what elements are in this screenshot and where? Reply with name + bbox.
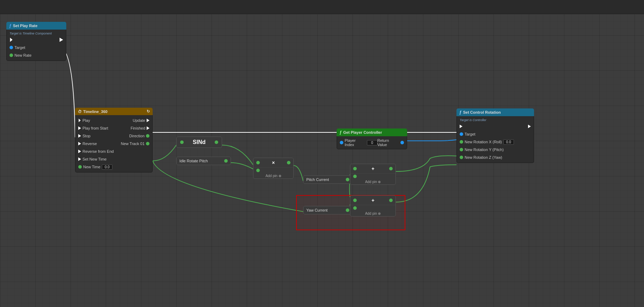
add-pin-bottom-node: + Add pin ⊕ [350, 195, 396, 217]
new-time-row: New Time 0.0 [75, 163, 152, 171]
new-rotation-z-pin[interactable] [460, 156, 463, 159]
new-time-value[interactable]: 0.0 [102, 164, 112, 170]
multiply-add-pin[interactable]: Add pin ⊕ [253, 173, 293, 178]
idle-rotate-pitch-node: Idle Rotate Pitch [176, 157, 231, 165]
timeline-body: Play Update Play from Start Finished Sto… [75, 115, 153, 173]
set-control-rotation-node: ƒ Set Control Rotation Target is Control… [456, 108, 534, 163]
set-control-target-pin[interactable] [460, 132, 463, 136]
get-player-body: Player Index 0 Return Value [337, 136, 407, 149]
player-index-row: Player Index 0 Return Value [337, 138, 407, 148]
new-rate-row: New Rate [7, 51, 66, 59]
get-player-controller-node: ƒ Get Player Controller Player Index 0 R… [337, 129, 407, 149]
add-pin-bottom-body: + Add pin ⊕ [350, 195, 396, 217]
idle-pitch-body: Idle Rotate Pitch [176, 157, 231, 165]
stop-pin[interactable] [78, 134, 81, 138]
func-icon-set-control: ƒ [459, 110, 462, 115]
add-pin-bottom-header: + [350, 196, 395, 205]
add-pin-bottom-in1[interactable] [353, 199, 357, 202]
exec-in-pin[interactable] [10, 38, 13, 42]
multiply-node: × Add pin ⊕ [253, 158, 294, 179]
yaw-current-pin[interactable] [346, 208, 349, 212]
pitch-current-body: Pitch Current [303, 175, 352, 184]
multiply-in2-row [253, 168, 293, 173]
add-pin-bottom-in2[interactable] [353, 206, 357, 210]
stop-row: Stop Direction [75, 132, 152, 140]
add-pin-top-in1[interactable] [353, 167, 357, 170]
yaw-current-node: Yaw Current [303, 206, 352, 214]
set-new-time-row: Set New Time [75, 155, 152, 163]
new-rotation-x-row: New Rotation X (Roll) 0.0 [457, 138, 534, 146]
sind-body: SINd [176, 137, 222, 148]
sind-out-pin[interactable] [215, 140, 218, 144]
add-pin-top-in2-row [350, 174, 395, 179]
multiply-add-pin-label: Add pin ⊕ [265, 174, 281, 178]
top-bar [0, 0, 644, 14]
new-track-01-pin[interactable] [146, 142, 149, 145]
idle-pitch-pin[interactable] [224, 159, 228, 163]
reverse-pin[interactable] [78, 142, 81, 145]
multiply-out-pin[interactable] [287, 161, 290, 164]
multiply-in1-pin[interactable] [256, 161, 260, 164]
update-exec-pin[interactable] [147, 119, 149, 122]
set-play-rate-exec-row [7, 36, 66, 44]
set-control-exec-in[interactable] [460, 125, 462, 128]
new-rotation-y-row: New Rotation Y (Pitch) [457, 146, 534, 154]
reverse-row: Reverse New Track 01 [75, 140, 152, 148]
refresh-icon[interactable]: ↻ [147, 109, 150, 114]
new-rotation-x-pin[interactable] [460, 140, 463, 144]
add-pin-top-node: + Add pin ⊕ [350, 164, 396, 185]
set-play-rate-body: Target is Timeline Component Target New … [6, 30, 66, 61]
direction-pin[interactable] [146, 134, 149, 138]
add-pin-bottom-out[interactable] [389, 199, 393, 202]
multiply-body: × Add pin ⊕ [253, 158, 294, 179]
set-control-body: Target is Controller Target New Rotation… [456, 116, 534, 163]
add-pin-top-in2[interactable] [353, 175, 357, 178]
set-control-title: Set Control Rotation [463, 110, 501, 114]
sind-in-pin[interactable] [180, 140, 184, 144]
set-control-header: ƒ Set Control Rotation [456, 108, 534, 116]
add-pin-bottom-add[interactable]: Add pin ⊕ [350, 211, 395, 216]
new-rate-pin[interactable] [10, 54, 13, 57]
play-from-start-pin[interactable] [78, 126, 81, 130]
new-rotation-y-pin[interactable] [460, 148, 463, 151]
add-pin-bottom-label: + [372, 198, 374, 203]
return-value-pin[interactable] [400, 141, 404, 144]
multiply-label: × [272, 160, 275, 165]
new-time-pin[interactable] [78, 165, 82, 169]
play-row: Play Update [75, 117, 152, 124]
new-rotation-z-row: New Rotation Z (Yaw) [457, 154, 534, 161]
sind-node: SINd [176, 137, 222, 148]
finished-exec-pin[interactable] [147, 126, 149, 130]
multiply-header: × [253, 158, 293, 168]
add-pin-top-add[interactable]: Add pin ⊕ [350, 179, 395, 184]
set-play-rate-node: ƒ Set Play Rate Target is Timeline Compo… [6, 22, 66, 61]
reverse-from-end-pin[interactable] [78, 150, 81, 153]
set-control-exec-out[interactable] [528, 125, 531, 128]
set-control-subtitle: Target is Controller [457, 118, 534, 123]
timeline-title: Timeline_360 [83, 109, 108, 114]
pitch-current-label: Pitch Current [306, 177, 329, 182]
get-player-header: ƒ Get Player Controller [337, 129, 407, 136]
func-icon: ƒ [9, 23, 12, 28]
player-index-pin[interactable] [340, 141, 343, 144]
func-icon-get-player: ƒ [339, 130, 342, 135]
exec-out-pin[interactable] [60, 38, 63, 42]
clock-icon: ⏱ [78, 109, 82, 114]
add-pin-top-out[interactable] [389, 167, 393, 170]
get-player-title: Get Player Controller [343, 130, 382, 134]
multiply-in2-pin[interactable] [256, 169, 260, 172]
pitch-current-pin[interactable] [346, 178, 349, 181]
target-pin[interactable] [10, 46, 13, 49]
target-row: Target [7, 44, 66, 51]
player-index-value[interactable]: 0 [367, 140, 377, 145]
sind-label: SINd [193, 139, 206, 145]
play-exec-pin[interactable] [79, 119, 81, 122]
yaw-current-label: Yaw Current [306, 208, 327, 212]
set-play-rate-header: ƒ Set Play Rate [6, 22, 66, 30]
new-rotation-x-value[interactable]: 0.0 [503, 139, 514, 145]
timeline-360-node: ⏱ Timeline_360 ↻ Play Update Play from S… [75, 108, 153, 173]
set-new-time-pin[interactable] [78, 157, 81, 161]
play-from-start-row: Play from Start Finished [75, 124, 152, 132]
add-pin-bottom-add-label: Add pin ⊕ [365, 212, 381, 215]
add-pin-top-body: + Add pin ⊕ [350, 164, 396, 185]
